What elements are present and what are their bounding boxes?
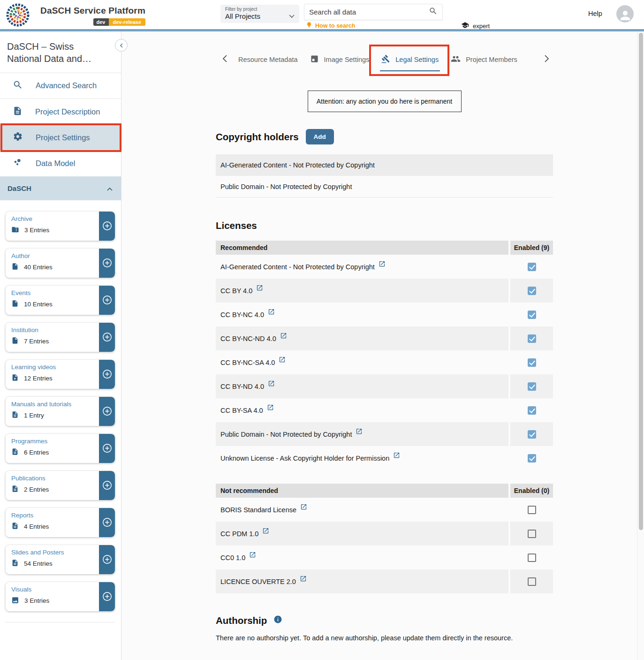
licenses-heading: Licenses	[216, 220, 553, 231]
license-enabled-checkbox[interactable]	[528, 577, 536, 586]
external-link-icon[interactable]	[268, 308, 275, 317]
license-enabled-checkbox[interactable]	[528, 406, 536, 415]
add-resource-button[interactable]	[99, 212, 115, 241]
add-resource-button[interactable]	[99, 545, 115, 574]
license-label: CC BY-SA 4.0	[220, 407, 263, 414]
image-icon	[11, 596, 19, 606]
add-copyright-holder-button[interactable]: Add	[306, 129, 334, 144]
search-input[interactable]	[309, 8, 429, 16]
add-resource-button[interactable]	[99, 397, 115, 426]
tab-image-settings[interactable]: Image Settings	[304, 45, 376, 74]
external-link-icon[interactable]	[267, 404, 274, 412]
external-link-icon[interactable]	[249, 551, 256, 560]
license-row: CC BY-ND 4.0	[216, 374, 553, 398]
external-link-icon[interactable]	[279, 356, 286, 364]
license-enabled-checkbox[interactable]	[528, 430, 536, 439]
external-link-icon[interactable]	[256, 284, 263, 293]
external-link-icon[interactable]	[356, 428, 363, 436]
external-link-icon[interactable]	[300, 575, 307, 584]
vertical-scrollbar[interactable]	[637, 31, 644, 660]
external-link-icon[interactable]	[300, 503, 307, 512]
sidebar-divider	[6, 622, 115, 622]
license-enabled-checkbox[interactable]	[528, 382, 536, 391]
expert-search-toggle[interactable]: expert	[461, 21, 490, 30]
external-link-icon[interactable]	[268, 380, 275, 388]
sidebar-item-advanced-search[interactable]: Advanced Search	[0, 73, 121, 99]
add-resource-button[interactable]	[99, 286, 115, 315]
license-enabled-checkbox[interactable]	[528, 287, 536, 295]
license-row: CC BY-SA 4.0	[216, 398, 553, 422]
sidebar-section-dasch[interactable]: DaSCH	[0, 176, 121, 200]
dev-badge: dev	[93, 18, 109, 26]
license-enabled-checkbox[interactable]	[528, 358, 536, 367]
class-card-link[interactable]: Programmes 6 Entries	[6, 434, 99, 463]
add-resource-button[interactable]	[99, 508, 115, 537]
license-row: CC0 1.0	[216, 546, 553, 569]
add-resource-button[interactable]	[99, 360, 115, 389]
sidebar-item-label: Data Model	[36, 159, 75, 168]
scrollbar-thumb[interactable]	[639, 33, 643, 530]
entry-count: 2 Entries	[24, 486, 49, 493]
how-to-search-link[interactable]: How to search	[306, 22, 355, 30]
tab-resource-metadata[interactable]: Resource Metadata	[232, 45, 304, 74]
info-icon[interactable]	[273, 615, 282, 626]
document-icon	[11, 485, 19, 494]
class-card-link[interactable]: Slides and Posters 54 Entries	[6, 545, 99, 574]
license-enabled-checkbox[interactable]	[528, 263, 536, 271]
entry-count: 10 Entries	[24, 301, 53, 308]
sidebar-item-project-settings[interactable]: Project Settings	[0, 125, 121, 151]
help-link[interactable]: Help	[588, 10, 602, 17]
add-resource-button[interactable]	[99, 249, 115, 278]
image-icon	[310, 54, 319, 65]
user-avatar[interactable]	[616, 5, 634, 23]
class-card-link[interactable]: Reports 4 Entries	[6, 508, 99, 537]
add-resource-button[interactable]	[99, 582, 115, 611]
gavel-icon	[381, 54, 390, 65]
add-resource-button[interactable]	[99, 434, 115, 463]
class-card-title: Archive	[11, 215, 96, 222]
external-link-icon[interactable]	[280, 332, 287, 341]
sidebar-item-project-description[interactable]: Project Description	[0, 99, 121, 125]
external-link-icon[interactable]	[379, 260, 386, 269]
enabled-header: Enabled (9)	[510, 241, 553, 255]
class-card-link[interactable]: Learning videos 12 Entries	[6, 360, 99, 389]
chevron-down-icon	[289, 12, 295, 20]
dasch-logo-icon[interactable]	[6, 3, 30, 27]
class-card-link[interactable]: Events 10 Entries	[6, 286, 99, 315]
project-filter-select[interactable]: Filter by project All Projects	[220, 5, 299, 23]
class-card-link[interactable]: Author 40 Entries	[6, 249, 99, 278]
license-label: CC0 1.0	[220, 554, 245, 561]
class-card-link[interactable]: Visuals 3 Entries	[6, 582, 99, 611]
license-enabled-checkbox[interactable]	[528, 530, 536, 538]
class-card-link[interactable]: Archive 3 Entries	[6, 212, 99, 241]
document-icon	[11, 337, 19, 346]
license-label: CC PDM 1.0	[220, 530, 258, 538]
video-file-icon	[11, 374, 19, 383]
sidebar-collapse-button[interactable]	[115, 39, 128, 52]
tab-label: Image Settings	[324, 56, 370, 63]
class-card-title: Publications	[11, 475, 96, 482]
class-card-events: Events 10 Entries	[6, 286, 115, 315]
license-enabled-checkbox[interactable]	[528, 554, 536, 562]
tab-legal-settings[interactable]: Legal Settings	[375, 45, 445, 74]
document-icon	[11, 300, 19, 309]
class-card-link[interactable]: Publications 2 Entries	[6, 471, 99, 500]
tabs-scroll-left-icon[interactable]	[220, 53, 229, 66]
class-card-link[interactable]: Manuals and tutorials 1 Entry	[6, 397, 99, 426]
license-enabled-checkbox[interactable]	[528, 334, 536, 343]
license-enabled-checkbox[interactable]	[528, 311, 536, 319]
license-enabled-checkbox[interactable]	[528, 506, 536, 514]
add-resource-button[interactable]	[99, 471, 115, 500]
search-icon[interactable]	[429, 7, 438, 17]
class-card-link[interactable]: Institution 7 Entries	[6, 323, 99, 352]
sidebar-item-data-model[interactable]: Data Model	[0, 151, 121, 176]
class-card-publications: Publications 2 Entries	[6, 471, 115, 500]
tab-project-members[interactable]: Project Members	[445, 45, 523, 74]
external-link-icon[interactable]	[262, 527, 269, 536]
add-resource-button[interactable]	[99, 323, 115, 352]
license-label: LICENCE OUVERTE 2.0	[220, 578, 296, 585]
tabs-scroll-right-icon[interactable]	[542, 53, 551, 66]
entry-count: 12 Entries	[24, 375, 53, 382]
external-link-icon[interactable]	[393, 452, 400, 460]
license-enabled-checkbox[interactable]	[528, 454, 536, 463]
